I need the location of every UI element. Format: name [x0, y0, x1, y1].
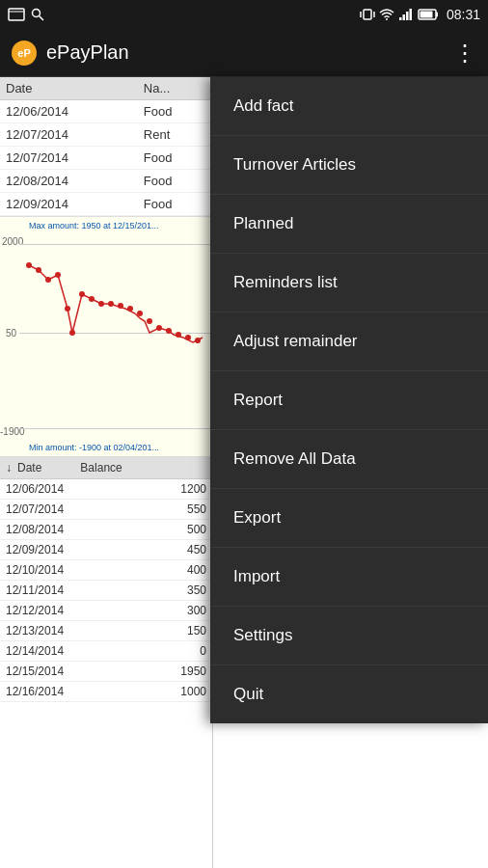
- svg-point-33: [195, 338, 201, 343]
- menu-item-export[interactable]: Export: [210, 489, 488, 548]
- app-logo: eP: [12, 41, 37, 66]
- window-icon: [8, 8, 25, 21]
- svg-point-27: [137, 311, 143, 316]
- table-row: 12/07/2014550: [0, 500, 212, 520]
- battery-icon: [418, 9, 439, 20]
- menu-item-import[interactable]: Import: [210, 548, 488, 607]
- svg-point-7: [386, 18, 388, 20]
- svg-point-24: [108, 301, 114, 307]
- wifi-icon: [379, 8, 394, 21]
- chart-svg: [19, 217, 212, 458]
- table-row: 12/11/2014350: [0, 581, 212, 601]
- status-left-icons: [8, 8, 44, 21]
- chart-area: Max amount: 1950 at 12/15/201... 2000 50…: [0, 216, 212, 457]
- svg-point-31: [176, 332, 181, 338]
- svg-rect-13: [436, 13, 438, 17]
- menu-item-settings[interactable]: Settings: [210, 607, 488, 665]
- signal-icon: [398, 8, 414, 21]
- svg-point-32: [185, 335, 191, 340]
- bottom-section: ↓ Date Balance 12/06/20141200 12/07/2014…: [0, 457, 212, 702]
- status-bar: 08:31: [0, 0, 488, 29]
- col-date-header: Date: [0, 77, 138, 100]
- dropdown-menu: Add fact Turnover Articles Planned Remin…: [210, 77, 488, 723]
- svg-point-18: [55, 272, 61, 278]
- app-bar: eP ePayPlan ⋮: [0, 29, 488, 77]
- menu-item-add-fact[interactable]: Add fact: [210, 77, 488, 136]
- svg-point-20: [69, 330, 75, 336]
- balance-header: Balance: [80, 461, 122, 475]
- table-row: 12/12/2014300: [0, 601, 212, 621]
- status-right-icons: 08:31: [360, 7, 480, 22]
- svg-point-28: [147, 318, 152, 324]
- table-row: 12/06/2014 Food: [0, 100, 212, 123]
- svg-point-2: [33, 10, 41, 17]
- table-row: 12/15/20141950: [0, 662, 212, 682]
- svg-point-17: [45, 277, 51, 283]
- table-row: 12/07/2014 Food: [0, 147, 212, 170]
- svg-rect-9: [402, 14, 405, 20]
- table-row: 12/09/2014 Food: [0, 193, 212, 216]
- menu-item-reminders-list[interactable]: Reminders list: [210, 254, 488, 312]
- menu-item-planned[interactable]: Planned: [210, 195, 488, 254]
- table-row: 12/10/2014400: [0, 560, 212, 581]
- menu-item-adjust-remainder[interactable]: Adjust remainder: [210, 312, 488, 371]
- svg-point-29: [156, 325, 162, 331]
- chart-label-50: 50: [6, 328, 16, 339]
- bottom-table-header: ↓ Date Balance: [0, 457, 212, 479]
- bottom-table: 12/06/20141200 12/07/2014550 12/08/20145…: [0, 479, 212, 702]
- main-content: Date Na... 12/06/2014 Food 12/07/2014 Re…: [0, 77, 212, 868]
- svg-rect-14: [420, 12, 432, 18]
- more-options-button[interactable]: ⋮: [453, 40, 476, 67]
- col-name-header: Na...: [138, 77, 212, 100]
- table-row: 12/08/2014 Food: [0, 170, 212, 193]
- menu-item-turnover-articles[interactable]: Turnover Articles: [210, 136, 488, 195]
- svg-rect-4: [364, 10, 371, 19]
- svg-rect-10: [406, 12, 409, 20]
- svg-line-3: [40, 16, 44, 21]
- app-title: ePayPlan: [46, 41, 453, 64]
- table-row: 12/13/2014150: [0, 621, 212, 641]
- time-display: 08:31: [447, 7, 480, 22]
- svg-rect-0: [9, 9, 24, 20]
- svg-point-23: [98, 301, 104, 307]
- sort-label: Date: [17, 461, 41, 475]
- menu-item-report[interactable]: Report: [210, 371, 488, 430]
- svg-point-21: [79, 291, 85, 297]
- vibrate-icon: [360, 8, 375, 21]
- menu-item-quit[interactable]: Quit: [210, 665, 488, 723]
- svg-point-30: [166, 328, 172, 334]
- svg-rect-11: [409, 9, 412, 20]
- table-row: 12/16/20141000: [0, 682, 212, 702]
- menu-item-remove-all-data[interactable]: Remove All Data: [210, 430, 488, 489]
- svg-point-15: [26, 262, 32, 268]
- svg-point-16: [36, 267, 41, 273]
- svg-point-26: [127, 306, 133, 312]
- sort-icon: ↓: [6, 461, 12, 475]
- table-row: 12/14/20140: [0, 641, 212, 662]
- svg-rect-8: [399, 17, 402, 20]
- table-row: 12/09/2014450: [0, 540, 212, 560]
- top-table: Date Na... 12/06/2014 Food 12/07/2014 Re…: [0, 77, 212, 216]
- table-row: 12/08/2014500: [0, 520, 212, 540]
- table-row: 12/06/20141200: [0, 479, 212, 500]
- svg-point-22: [89, 296, 95, 302]
- table-row: 12/07/2014 Rent: [0, 123, 212, 147]
- svg-point-19: [65, 306, 70, 312]
- search-icon: [31, 8, 44, 21]
- svg-point-25: [118, 303, 123, 309]
